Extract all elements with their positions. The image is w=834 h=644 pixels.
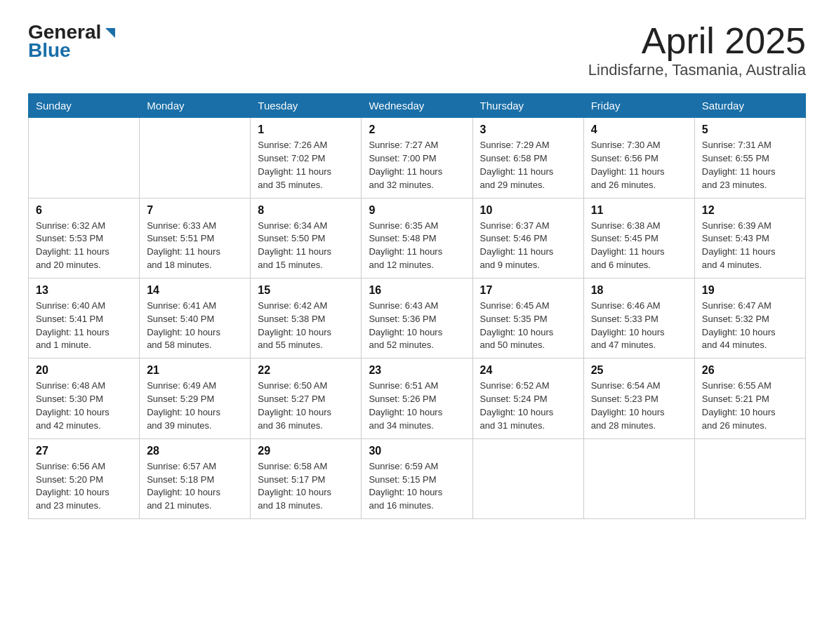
calendar-week-row: 27Sunrise: 6:56 AM Sunset: 5:20 PM Dayli… <box>29 438 806 518</box>
day-info: Sunrise: 6:34 AM Sunset: 5:50 PM Dayligh… <box>258 220 354 272</box>
calendar-cell: 13Sunrise: 6:40 AM Sunset: 5:41 PM Dayli… <box>29 278 140 358</box>
day-info: Sunrise: 6:42 AM Sunset: 5:38 PM Dayligh… <box>258 300 354 352</box>
day-number: 8 <box>258 204 354 217</box>
calendar-cell: 30Sunrise: 6:59 AM Sunset: 5:15 PM Dayli… <box>362 438 472 518</box>
calendar-cell: 7Sunrise: 6:33 AM Sunset: 5:51 PM Daylig… <box>140 198 251 278</box>
calendar-cell: 9Sunrise: 6:35 AM Sunset: 5:48 PM Daylig… <box>362 198 472 278</box>
day-number: 16 <box>369 284 465 297</box>
calendar-cell: 19Sunrise: 6:47 AM Sunset: 5:32 PM Dayli… <box>694 278 805 358</box>
day-number: 4 <box>591 123 687 136</box>
day-info: Sunrise: 6:35 AM Sunset: 5:48 PM Dayligh… <box>369 220 465 272</box>
day-info: Sunrise: 6:52 AM Sunset: 5:24 PM Dayligh… <box>480 380 576 432</box>
calendar-week-row: 1Sunrise: 7:26 AM Sunset: 7:02 PM Daylig… <box>29 118 806 198</box>
day-number: 6 <box>36 204 132 217</box>
calendar-cell: 8Sunrise: 6:34 AM Sunset: 5:50 PM Daylig… <box>251 198 362 278</box>
calendar-cell: 29Sunrise: 6:58 AM Sunset: 5:17 PM Dayli… <box>251 438 362 518</box>
calendar-cell <box>583 438 694 518</box>
day-number: 7 <box>147 204 243 217</box>
day-info: Sunrise: 6:58 AM Sunset: 5:17 PM Dayligh… <box>258 460 354 513</box>
day-info: Sunrise: 6:56 AM Sunset: 5:20 PM Dayligh… <box>36 460 132 513</box>
calendar-table: SundayMondayTuesdayWednesdayThursdayFrid… <box>28 93 806 519</box>
day-number: 15 <box>258 284 354 297</box>
calendar-cell: 18Sunrise: 6:46 AM Sunset: 5:33 PM Dayli… <box>583 278 694 358</box>
day-number: 17 <box>480 284 576 297</box>
day-number: 5 <box>702 123 798 136</box>
svg-marker-0 <box>105 28 115 38</box>
day-number: 3 <box>480 123 576 136</box>
day-number: 27 <box>36 445 132 457</box>
day-info: Sunrise: 6:43 AM Sunset: 5:36 PM Dayligh… <box>369 300 465 352</box>
calendar-cell: 11Sunrise: 6:38 AM Sunset: 5:45 PM Dayli… <box>583 198 694 278</box>
day-info: Sunrise: 6:46 AM Sunset: 5:33 PM Dayligh… <box>591 300 687 352</box>
day-info: Sunrise: 6:48 AM Sunset: 5:30 PM Dayligh… <box>36 380 132 432</box>
day-number: 9 <box>369 204 465 217</box>
day-info: Sunrise: 6:54 AM Sunset: 5:23 PM Dayligh… <box>591 380 687 432</box>
weekday-header: Thursday <box>472 94 583 118</box>
logo-blue: Blue <box>28 39 118 62</box>
day-info: Sunrise: 7:26 AM Sunset: 7:02 PM Dayligh… <box>258 139 354 192</box>
calendar-cell: 1Sunrise: 7:26 AM Sunset: 7:02 PM Daylig… <box>251 118 362 198</box>
calendar-cell: 20Sunrise: 6:48 AM Sunset: 5:30 PM Dayli… <box>29 358 140 438</box>
calendar-cell: 24Sunrise: 6:52 AM Sunset: 5:24 PM Dayli… <box>472 358 583 438</box>
calendar-cell: 25Sunrise: 6:54 AM Sunset: 5:23 PM Dayli… <box>583 358 694 438</box>
day-number: 10 <box>480 204 576 217</box>
calendar-week-row: 6Sunrise: 6:32 AM Sunset: 5:53 PM Daylig… <box>29 198 806 278</box>
calendar-cell: 17Sunrise: 6:45 AM Sunset: 5:35 PM Dayli… <box>472 278 583 358</box>
calendar-header: SundayMondayTuesdayWednesdayThursdayFrid… <box>29 94 806 118</box>
calendar-cell: 6Sunrise: 6:32 AM Sunset: 5:53 PM Daylig… <box>29 198 140 278</box>
calendar-cell: 23Sunrise: 6:51 AM Sunset: 5:26 PM Dayli… <box>362 358 472 438</box>
day-info: Sunrise: 6:55 AM Sunset: 5:21 PM Dayligh… <box>702 380 798 432</box>
day-number: 19 <box>702 284 798 297</box>
day-number: 13 <box>36 284 132 297</box>
calendar-cell: 5Sunrise: 7:31 AM Sunset: 6:55 PM Daylig… <box>694 118 805 198</box>
day-number: 28 <box>147 445 243 457</box>
calendar-cell: 10Sunrise: 6:37 AM Sunset: 5:46 PM Dayli… <box>472 198 583 278</box>
calendar-cell: 22Sunrise: 6:50 AM Sunset: 5:27 PM Dayli… <box>251 358 362 438</box>
calendar-cell: 21Sunrise: 6:49 AM Sunset: 5:29 PM Dayli… <box>140 358 251 438</box>
day-info: Sunrise: 6:38 AM Sunset: 5:45 PM Dayligh… <box>591 220 687 272</box>
day-number: 21 <box>147 364 243 377</box>
calendar-cell: 12Sunrise: 6:39 AM Sunset: 5:43 PM Dayli… <box>694 198 805 278</box>
calendar-cell: 3Sunrise: 7:29 AM Sunset: 6:58 PM Daylig… <box>472 118 583 198</box>
calendar-cell: 26Sunrise: 6:55 AM Sunset: 5:21 PM Dayli… <box>694 358 805 438</box>
day-number: 26 <box>702 364 798 377</box>
day-info: Sunrise: 6:32 AM Sunset: 5:53 PM Dayligh… <box>36 220 132 272</box>
day-info: Sunrise: 6:40 AM Sunset: 5:41 PM Dayligh… <box>36 300 132 352</box>
day-info: Sunrise: 6:33 AM Sunset: 5:51 PM Dayligh… <box>147 220 243 272</box>
calendar-cell: 2Sunrise: 7:27 AM Sunset: 7:00 PM Daylig… <box>362 118 472 198</box>
day-info: Sunrise: 6:37 AM Sunset: 5:46 PM Dayligh… <box>480 220 576 272</box>
day-number: 1 <box>258 123 354 136</box>
day-number: 23 <box>369 364 465 377</box>
title-block: April 2025 Lindisfarne, Tasmania, Austra… <box>588 21 806 79</box>
calendar-cell: 14Sunrise: 6:41 AM Sunset: 5:40 PM Dayli… <box>140 278 251 358</box>
weekday-header: Wednesday <box>362 94 472 118</box>
day-number: 30 <box>369 445 465 457</box>
day-number: 12 <box>702 204 798 217</box>
calendar-cell: 27Sunrise: 6:56 AM Sunset: 5:20 PM Dayli… <box>29 438 140 518</box>
day-info: Sunrise: 6:45 AM Sunset: 5:35 PM Dayligh… <box>480 300 576 352</box>
calendar-week-row: 13Sunrise: 6:40 AM Sunset: 5:41 PM Dayli… <box>29 278 806 358</box>
day-info: Sunrise: 6:50 AM Sunset: 5:27 PM Dayligh… <box>258 380 354 432</box>
day-number: 20 <box>36 364 132 377</box>
day-number: 29 <box>258 445 354 457</box>
day-info: Sunrise: 6:47 AM Sunset: 5:32 PM Dayligh… <box>702 300 798 352</box>
calendar-cell: 28Sunrise: 6:57 AM Sunset: 5:18 PM Dayli… <box>140 438 251 518</box>
day-info: Sunrise: 7:29 AM Sunset: 6:58 PM Dayligh… <box>480 139 576 192</box>
day-number: 2 <box>369 123 465 136</box>
page-subtitle: Lindisfarne, Tasmania, Australia <box>588 61 806 79</box>
calendar-body: 1Sunrise: 7:26 AM Sunset: 7:02 PM Daylig… <box>29 118 806 519</box>
page-title: April 2025 <box>588 21 806 61</box>
day-info: Sunrise: 7:31 AM Sunset: 6:55 PM Dayligh… <box>702 139 798 192</box>
weekday-header: Friday <box>583 94 694 118</box>
weekday-header: Tuesday <box>251 94 362 118</box>
weekday-header: Monday <box>140 94 251 118</box>
calendar-cell <box>140 118 251 198</box>
logo: General Blue <box>28 21 118 62</box>
calendar-cell: 16Sunrise: 6:43 AM Sunset: 5:36 PM Dayli… <box>362 278 472 358</box>
day-number: 14 <box>147 284 243 297</box>
day-info: Sunrise: 6:57 AM Sunset: 5:18 PM Dayligh… <box>147 460 243 513</box>
day-info: Sunrise: 6:41 AM Sunset: 5:40 PM Dayligh… <box>147 300 243 352</box>
day-info: Sunrise: 6:39 AM Sunset: 5:43 PM Dayligh… <box>702 220 798 272</box>
day-info: Sunrise: 6:51 AM Sunset: 5:26 PM Dayligh… <box>369 380 465 432</box>
calendar-cell <box>472 438 583 518</box>
